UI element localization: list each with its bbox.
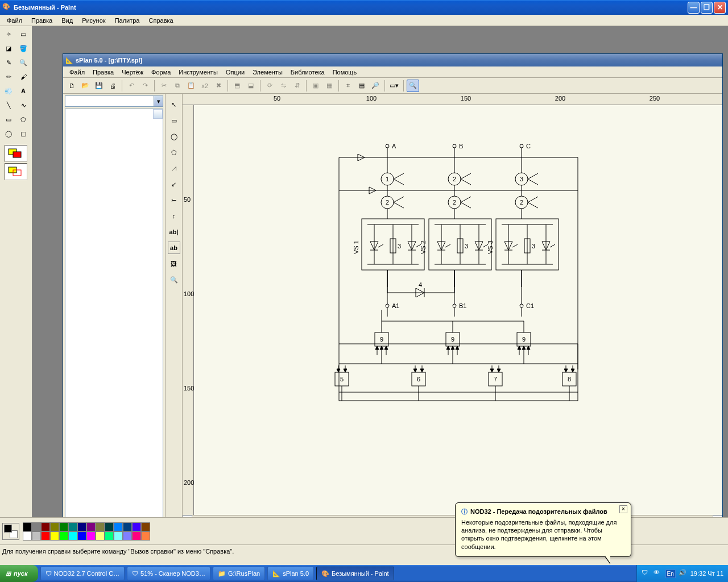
- tool-magnifier[interactable]: 🔍: [16, 56, 31, 69]
- tray-shield-icon[interactable]: 🛡: [642, 569, 651, 578]
- pointer-tool-icon[interactable]: ↖: [168, 98, 180, 111]
- line-tool-icon[interactable]: ↙: [168, 178, 180, 190]
- color-indicator[interactable]: [2, 523, 19, 540]
- tb-undo-icon[interactable]: ↶: [125, 80, 138, 92]
- color-swatch[interactable]: [86, 531, 96, 541]
- bezier-tool-icon[interactable]: ⤚: [168, 194, 180, 206]
- tool-option-opaque[interactable]: [5, 145, 27, 162]
- zoom-tool-icon[interactable]: 🔍: [168, 273, 180, 286]
- label-tool-icon[interactable]: ab: [168, 242, 180, 254]
- circle-tool-icon[interactable]: ◯: [168, 130, 180, 143]
- tb-save-icon[interactable]: 💾: [93, 80, 105, 92]
- tool-curve[interactable]: ∿: [16, 98, 31, 112]
- maximize-button[interactable]: ❐: [701, 2, 713, 14]
- text-tool-icon[interactable]: ab|: [168, 226, 180, 238]
- tb-print-icon[interactable]: 🖨: [106, 80, 119, 92]
- polygon-tool-icon[interactable]: ⬠: [168, 146, 180, 159]
- h-scrollbar[interactable]: ◂ ▸: [183, 515, 722, 517]
- tool-ellipse[interactable]: ◯: [2, 127, 16, 140]
- tool-polygon[interactable]: ⬠: [16, 113, 31, 126]
- color-swatch[interactable]: [105, 522, 114, 531]
- tb-grid-icon[interactable]: ▤: [355, 80, 368, 92]
- tb-delete-icon[interactable]: ✖: [212, 80, 225, 92]
- tb-snap-icon[interactable]: ⌗: [342, 80, 354, 92]
- close-button[interactable]: ✕: [714, 2, 726, 14]
- color-swatch[interactable]: [41, 531, 50, 541]
- color-swatch[interactable]: [77, 522, 86, 531]
- balloon-close-icon[interactable]: ×: [619, 505, 627, 513]
- color-swatch[interactable]: [32, 531, 41, 541]
- splan-titlebar[interactable]: 📐 sPlan 5.0 - [g:\ПТУ.spl]: [63, 54, 722, 66]
- splan-menu-help[interactable]: Помощь: [329, 68, 361, 77]
- menu-view[interactable]: Вид: [57, 16, 77, 25]
- tray-volume-icon[interactable]: 🔊: [679, 569, 688, 578]
- task-nod32scan[interactable]: 🛡51% - Сканер NOD3…: [127, 567, 210, 580]
- tb-flipv-icon[interactable]: ⇵: [291, 80, 303, 92]
- splan-canvas[interactable]: ABC1222323VS 13VS 23VS 3A1B1C149995678: [194, 105, 722, 515]
- tool-rectangle[interactable]: ▭: [2, 113, 16, 126]
- menu-image[interactable]: Рисунок: [77, 16, 110, 25]
- tb-rotate-icon[interactable]: ⟳: [263, 80, 276, 92]
- color-swatch[interactable]: [132, 522, 141, 531]
- color-swatch[interactable]: [114, 522, 123, 531]
- color-swatch[interactable]: [86, 522, 96, 531]
- tb-new-icon[interactable]: 🗋: [65, 80, 78, 92]
- color-swatch[interactable]: [23, 531, 32, 541]
- task-nod32cc[interactable]: 🛡NOD32 2.7 Control C…: [40, 567, 125, 580]
- tool-picker[interactable]: ✎: [2, 56, 16, 69]
- splan-menu-elements[interactable]: Элементы: [249, 68, 287, 77]
- tb-copy-icon[interactable]: ⧉: [171, 80, 184, 92]
- tb-paste-icon[interactable]: 📋: [185, 80, 197, 92]
- splan-menu-options[interactable]: Опции: [222, 68, 249, 77]
- color-swatch[interactable]: [32, 522, 41, 531]
- paint-titlebar[interactable]: 🎨 Безымянный - Paint — ❐ ✕: [0, 0, 728, 15]
- splan-menu-form[interactable]: Форма: [147, 68, 175, 77]
- tb-fliph-icon[interactable]: ⇋: [277, 80, 289, 92]
- tool-airbrush[interactable]: 💨: [2, 84, 16, 98]
- scroll-right-icon[interactable]: ▸: [713, 516, 722, 517]
- splan-menu-tools[interactable]: Инструменты: [175, 68, 222, 77]
- tool-rect-select[interactable]: ▭: [16, 27, 31, 41]
- tb-open-icon[interactable]: 📂: [79, 80, 92, 92]
- tb-front-icon[interactable]: ⬒: [231, 80, 243, 92]
- tool-pencil[interactable]: ✏: [2, 70, 16, 84]
- scroll-left-icon[interactable]: ◂: [183, 516, 192, 517]
- minimize-button[interactable]: —: [688, 2, 700, 14]
- library-list[interactable]: [65, 109, 163, 517]
- tb-ungroup-icon[interactable]: ▦: [323, 80, 336, 92]
- paint-canvas[interactable]: 📐 sPlan 5.0 - [g:\ПТУ.spl] Файл Правка Ч…: [32, 26, 728, 517]
- color-swatch[interactable]: [105, 531, 114, 541]
- color-swatch[interactable]: [50, 531, 59, 541]
- tool-line[interactable]: ╲: [2, 98, 16, 112]
- splan-menu-drawing[interactable]: Чертёж: [118, 68, 147, 77]
- color-swatch[interactable]: [141, 522, 150, 531]
- tray-nod32-icon[interactable]: 👁: [653, 569, 663, 578]
- tool-brush[interactable]: 🖌: [16, 70, 31, 84]
- tool-rounded-rect[interactable]: ▢: [16, 127, 31, 140]
- rect-tool-icon[interactable]: ▭: [168, 114, 180, 127]
- color-swatch[interactable]: [50, 522, 59, 531]
- tool-eraser[interactable]: ◪: [2, 41, 16, 55]
- task-paint[interactable]: 🎨Безымянный - Paint: [316, 567, 394, 580]
- image-tool-icon[interactable]: 🖼: [168, 257, 180, 270]
- tool-freeform-select[interactable]: ✧: [2, 27, 16, 41]
- tray-clock[interactable]: 19:32 Чт 11: [690, 570, 723, 577]
- tb-group-icon[interactable]: ▣: [309, 80, 322, 92]
- color-swatch[interactable]: [68, 522, 77, 531]
- color-swatch[interactable]: [59, 522, 68, 531]
- color-swatch[interactable]: [141, 531, 150, 541]
- menu-help[interactable]: Справка: [144, 16, 178, 25]
- tb-zoom-icon[interactable]: 🔍: [407, 80, 419, 92]
- language-indicator[interactable]: En: [665, 569, 676, 578]
- color-swatch[interactable]: [96, 531, 105, 541]
- tb-dup-icon[interactable]: x2: [198, 80, 211, 92]
- color-swatch[interactable]: [123, 522, 132, 531]
- tb-find-icon[interactable]: 🔎: [369, 80, 382, 92]
- splan-menu-edit[interactable]: Правка: [89, 68, 118, 77]
- tb-redo-icon[interactable]: ↷: [139, 80, 151, 92]
- tb-cut-icon[interactable]: ✂: [158, 80, 170, 92]
- task-splan[interactable]: 📐sPlan 5.0: [267, 567, 314, 580]
- color-swatch[interactable]: [41, 522, 50, 531]
- scroll-up-icon[interactable]: [153, 109, 163, 119]
- splan-menu-file[interactable]: Файл: [65, 68, 89, 77]
